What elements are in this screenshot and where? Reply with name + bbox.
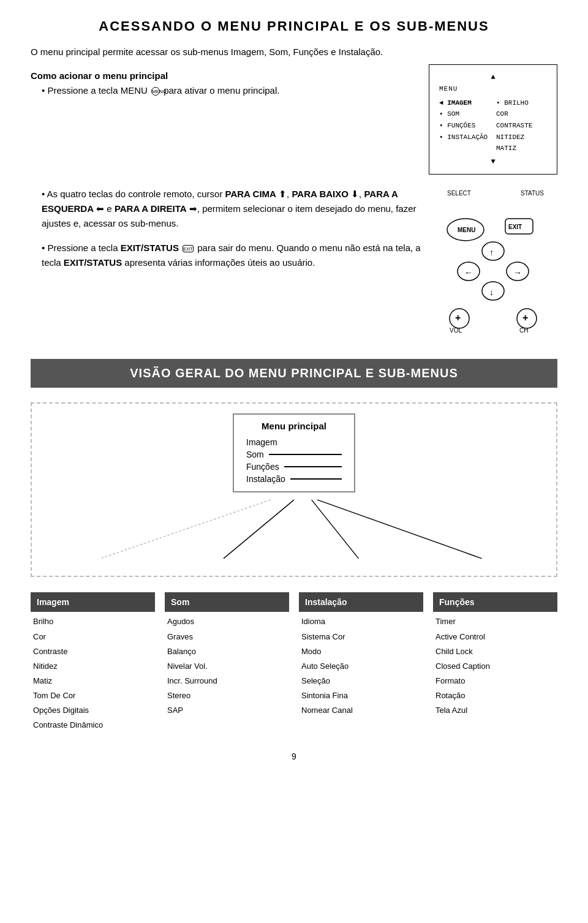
menu-right-item-4: MATIZ — [496, 143, 547, 154]
section2-para2: • Pressione a tecla EXIT/STATUS EXIT par… — [31, 241, 423, 270]
submenu-funcoes-item-5: Rotação — [433, 688, 557, 703]
mp-item-som-label: Som — [246, 450, 264, 459]
mp-item-funcoes: Funções — [246, 461, 342, 473]
submenu-som: Som Agudos Graves Balanço Nivelar Vol. I… — [165, 592, 289, 733]
som-dash — [269, 454, 342, 455]
menu-left-item-0: ◄ IMAGEM — [439, 97, 490, 109]
mp-item-imagem: Imagem — [246, 436, 342, 448]
submenu-funcoes-header: Funções — [433, 592, 557, 612]
diagram-area: Menu principal Imagem Som Funções Instal… — [31, 402, 557, 586]
menu-right-item-0: • BRILHO — [496, 97, 547, 109]
svg-text:←: ← — [464, 268, 473, 277]
submenu-funcoes-item-0: Timer — [433, 614, 557, 629]
menu-left-item-3: • INSTALAÇÃO — [439, 132, 490, 143]
submenu-som-item-3: Nivelar Vol. — [165, 659, 289, 674]
section2-area: SELECT STATUS MENU EXIT ↑ ← → ↓ + VOL — [31, 187, 557, 336]
submenu-som-item-6: SAP — [165, 703, 289, 718]
submenu-imagem-item-3: Nitidez — [31, 659, 155, 674]
para1-text: • As quatro teclas do controle remoto, c… — [42, 187, 423, 231]
submenu-som-item-0: Agudos — [165, 614, 289, 629]
submenu-instalacao-item-3: Auto Seleção — [299, 659, 423, 674]
mp-item-som: Som — [246, 448, 342, 461]
submenu-imagem-item-5: Tom De Cor — [31, 688, 155, 703]
submenu-instalacao-item-5: Sintonia Fina — [299, 688, 423, 703]
svg-text:+: + — [522, 312, 528, 323]
para1-bold4: PARA A DIREITA — [115, 203, 187, 214]
svg-line-21 — [224, 500, 294, 559]
svg-text:CH: CH — [519, 327, 528, 334]
menu-principal-box: Menu principal Imagem Som Funções Instal… — [233, 413, 355, 492]
menu-right-item-2: CONTRASTE — [496, 120, 547, 132]
section-banner: Visão Geral do Menu Principal e Sub-Menu… — [31, 359, 557, 388]
svg-line-23 — [317, 500, 481, 559]
submenu-funcoes-item-3: Closed Caption — [433, 659, 557, 674]
menu-principal-header: Menu principal — [246, 421, 342, 431]
exit-status-bold2: EXIT/STATUS — [64, 257, 122, 268]
submenu-imagem-item-1: Cor — [31, 630, 155, 644]
submenu-funcoes-item-1: Active Control — [433, 630, 557, 644]
svg-text:VOL: VOL — [450, 327, 462, 334]
mp-item-instalacao-label: Instalação — [246, 474, 285, 484]
submenu-imagem-item-6: Opções Digitais — [31, 703, 155, 718]
section2-para1: • As quatro teclas do controle remoto, c… — [31, 187, 423, 231]
submenu-instalacao-header: Instalação — [299, 592, 423, 612]
submenu-som-item-1: Graves — [165, 630, 289, 644]
submenu-instalacao-item-2: Modo — [299, 644, 423, 659]
submenu-som-item-5: Stereo — [165, 688, 289, 703]
svg-line-20 — [100, 500, 271, 559]
menu-title: MENU — [439, 83, 547, 95]
submenu-funcoes-item-6: Tela Azul — [433, 703, 557, 718]
menu-right-item-3: NITIDEZ — [496, 132, 547, 143]
remote-diagram: SELECT STATUS MENU EXIT ↑ ← → ↓ + VOL — [435, 187, 557, 336]
submenu-imagem: Imagem Brilho Cor Contraste Nitidez Mati… — [31, 592, 155, 733]
bullet-prefix: Pressione a tecla MENU — [47, 85, 147, 96]
menu-diagram: ▲ MENU ◄ IMAGEM • SOM • FUNÇÕES • INSTAL… — [429, 64, 557, 175]
page-number: 9 — [31, 752, 557, 761]
svg-text:STATUS: STATUS — [521, 190, 544, 197]
submenu-imagem-item-4: Matiz — [31, 674, 155, 688]
submenu-funcoes-item-4: Formato — [433, 674, 557, 688]
arrow-up: ▲ — [439, 71, 547, 83]
svg-text:EXIT: EXIT — [508, 224, 522, 230]
para1-bold2: PARA BAIXO — [292, 189, 349, 199]
menu-right-item-1: COR — [496, 108, 547, 120]
svg-text:↑: ↑ — [489, 247, 494, 257]
mp-item-instalacao: Instalação — [246, 473, 342, 485]
submenu-som-item-4: Incr. Surround — [165, 674, 289, 688]
menu-icon-small: MENU — [151, 87, 160, 96]
para1-bold1: PARA CIMA — [225, 189, 276, 199]
submenu-funcoes-item-2: Child Lock — [433, 644, 557, 659]
submenus-row: Imagem Brilho Cor Contraste Nitidez Mati… — [31, 592, 557, 733]
svg-text:MENU: MENU — [458, 227, 475, 233]
submenu-imagem-item-7: Contraste Dinâmico — [31, 718, 155, 733]
mp-item-funcoes-label: Funções — [246, 462, 279, 472]
submenu-instalacao: Instalação Idioma Sistema Cor Modo Auto … — [299, 592, 423, 733]
submenu-imagem-item-0: Brilho — [31, 614, 155, 629]
svg-line-22 — [312, 500, 359, 559]
svg-text:SELECT: SELECT — [447, 190, 471, 197]
svg-text:→: → — [513, 268, 522, 277]
submenu-som-item-2: Balanço — [165, 644, 289, 659]
menu-left-item-1: • SOM — [439, 108, 490, 120]
menu-principal-wrap: Menu principal Imagem Som Funções Instal… — [42, 413, 546, 492]
menu-left-col: ◄ IMAGEM • SOM • FUNÇÕES • INSTALAÇÃO — [439, 97, 490, 154]
exit-icon: EXIT — [183, 245, 194, 252]
page-title: Acessando o Menu Principal e os Sub-Menu… — [31, 18, 557, 34]
submenu-funcoes: Funções Timer Active Control Child Lock … — [433, 592, 557, 733]
menu-right-col: • BRILHO COR CONTRASTE NITIDEZ MATIZ — [490, 97, 547, 154]
submenu-som-header: Som — [165, 592, 289, 612]
submenu-imagem-item-2: Contraste — [31, 644, 155, 659]
mp-item-imagem-label: Imagem — [246, 437, 277, 447]
submenu-instalacao-item-4: Seleção — [299, 674, 423, 688]
svg-text:+: + — [455, 312, 461, 323]
submenu-instalacao-item-0: Idioma — [299, 614, 423, 629]
menu-left-item-2: • FUNÇÕES — [439, 120, 490, 132]
svg-text:↓: ↓ — [489, 287, 494, 297]
outer-dashed-box: Menu principal Imagem Som Funções Instal… — [31, 402, 557, 577]
submenu-imagem-header: Imagem — [31, 592, 155, 612]
menu-rows: ◄ IMAGEM • SOM • FUNÇÕES • INSTALAÇÃO • … — [439, 97, 547, 154]
exit-status-bold1: EXIT/STATUS — [121, 243, 179, 253]
submenu-instalacao-item-6: Nomear Canal — [299, 703, 423, 718]
connector-lines — [42, 492, 546, 566]
bullet-suffix: para ativar o menu principal. — [164, 85, 279, 96]
